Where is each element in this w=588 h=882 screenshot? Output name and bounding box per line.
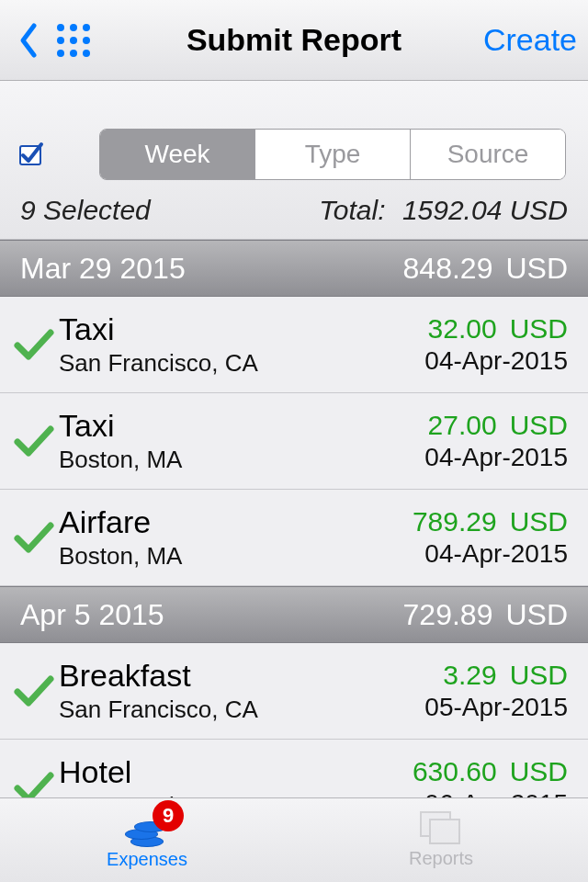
expense-title: Taxi	[59, 311, 356, 347]
section-total: 729.89USD	[403, 598, 568, 632]
section-header: Mar 29 2015848.29USD	[0, 240, 588, 297]
expense-amount: 789.29USD	[356, 506, 568, 537]
row-main: AirfareBoston, MA	[59, 504, 356, 571]
check-icon	[7, 516, 59, 559]
expense-list[interactable]: Mar 29 2015848.29USDTaxiSan Francisco, C…	[0, 240, 588, 882]
filter-tab-source[interactable]: Source	[411, 130, 565, 179]
tab-reports-label: Reports	[409, 848, 473, 869]
expense-row[interactable]: TaxiBoston, MA27.00USD04-Apr-2015	[0, 393, 588, 490]
expense-date: 05-Apr-2015	[356, 693, 568, 722]
expense-amount: 630.60USD	[356, 756, 568, 787]
expense-location: Boston, MA	[59, 542, 356, 571]
expenses-badge: 9	[153, 800, 184, 831]
checkbox-checked-icon	[17, 141, 45, 168]
expense-row[interactable]: TaxiSan Francisco, CA32.00USD04-Apr-2015	[0, 297, 588, 393]
total: Total: 1592.04 USD	[319, 195, 568, 226]
section-header: Apr 5 2015729.89USD	[0, 586, 588, 643]
reports-icon	[420, 811, 462, 846]
nav-left	[11, 17, 94, 64]
chevron-left-icon	[17, 22, 38, 59]
tab-bar: 9 Expenses Reports	[0, 797, 588, 882]
select-all-checkbox[interactable]	[17, 140, 46, 169]
expense-title: Taxi	[59, 408, 356, 444]
section-date: Mar 29 2015	[20, 252, 186, 286]
row-right: 789.29USD04-Apr-2015	[356, 506, 568, 569]
create-button[interactable]: Create	[483, 22, 577, 58]
tab-reports[interactable]: Reports	[294, 798, 588, 882]
expense-title: Hotel	[59, 754, 356, 790]
tab-expenses[interactable]: 9 Expenses	[0, 798, 294, 882]
expense-title: Airfare	[59, 504, 356, 540]
section-date: Apr 5 2015	[20, 598, 164, 632]
row-main: TaxiBoston, MA	[59, 408, 356, 474]
expense-row[interactable]: BreakfastSan Francisco, CA3.29USD05-Apr-…	[0, 643, 588, 740]
expense-amount: 32.00USD	[356, 313, 568, 345]
expense-amount: 27.00USD	[356, 410, 568, 441]
apps-grid-button[interactable]	[53, 20, 94, 61]
expense-amount: 3.29USD	[356, 660, 568, 691]
expense-row[interactable]: AirfareBoston, MA789.29USD04-Apr-2015	[0, 490, 588, 586]
row-main: BreakfastSan Francisco, CA	[59, 658, 356, 724]
expense-location: San Francisco, CA	[59, 695, 356, 724]
expense-date: 04-Apr-2015	[356, 539, 568, 569]
tab-expenses-label: Expenses	[107, 849, 187, 870]
filter-segmented-control: Week Type Source	[99, 129, 566, 180]
section-total: 848.29USD	[403, 252, 568, 286]
row-main: TaxiSan Francisco, CA	[59, 311, 356, 378]
expense-location: San Francisco, CA	[59, 349, 356, 378]
selected-count: 9 Selected	[20, 195, 151, 226]
total-value: 1592.04 USD	[402, 195, 568, 225]
row-right: 32.00USD04-Apr-2015	[356, 313, 568, 376]
expense-date: 04-Apr-2015	[356, 346, 568, 376]
filter-tab-week[interactable]: Week	[100, 130, 255, 179]
back-button[interactable]	[11, 17, 44, 64]
check-icon	[7, 323, 59, 366]
row-right: 27.00USD04-Apr-2015	[356, 410, 568, 472]
expense-date: 04-Apr-2015	[356, 443, 568, 472]
expense-location: Boston, MA	[59, 446, 356, 474]
total-label: Total:	[319, 195, 385, 225]
filter-tab-type[interactable]: Type	[255, 130, 411, 179]
expense-title: Breakfast	[59, 658, 356, 694]
check-icon	[7, 670, 59, 712]
row-right: 3.29USD05-Apr-2015	[356, 660, 568, 722]
summary-row: 9 Selected Total: 1592.04 USD	[0, 189, 588, 239]
navbar: Submit Report Create	[0, 0, 588, 81]
check-icon	[7, 420, 59, 462]
filter-bar: Week Type Source 9 Selected Total: 1592.…	[0, 81, 588, 240]
